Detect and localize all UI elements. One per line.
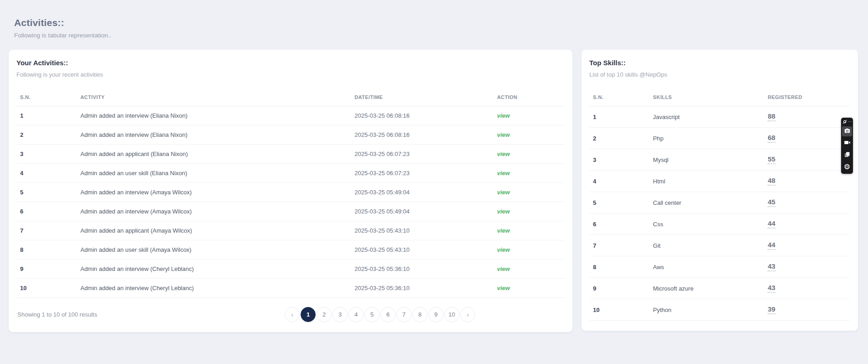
activity-text: Admin added an interview (Amaya Wilcox) [77,202,351,221]
screenshot-camera-button[interactable] [842,126,852,136]
registered-count: 55 [768,155,775,164]
copy-pages-button[interactable] [842,150,852,160]
activity-row: 1 Admin added an interview (Eliana Nixon… [16,106,565,125]
pagination: ‹ 1 2 3 4 5 6 7 8 9 10 › [285,307,565,322]
view-link[interactable]: view [497,112,510,119]
activities-header-row: S.N. ACTIVITY DATE/TIME ACTION [16,94,565,106]
camera-icon [844,127,851,136]
view-link[interactable]: view [497,131,510,138]
activity-datetime: 2025-03-25 06:07:23 [351,145,494,164]
activity-row: 8 Admin added an user skill (Amaya Wilco… [16,240,565,260]
capture-toolbar: ⋯ ⚙ [841,118,853,174]
activities-card: Your Activities:: Following is your rece… [9,50,572,332]
skill-row: 4 Html 48 [589,171,850,192]
skill-sn: 10 [589,299,650,321]
activity-row: 7 Admin added an applicant (Amaya Wilcox… [16,221,565,240]
view-link[interactable]: view [497,170,510,177]
skill-sn: 2 [589,128,650,149]
skill-name: Python [650,299,764,321]
registered-count: 44 [768,241,775,250]
col-header-action: ACTION [494,94,565,106]
col-header-datetime: DATE/TIME [351,94,494,106]
activity-datetime: 2025-03-25 05:36:10 [351,279,494,298]
settings-button[interactable]: ⚙ [842,162,852,172]
record-video-button[interactable] [842,138,852,148]
activity-sn: 8 [16,240,77,260]
activity-row: 6 Admin added an interview (Amaya Wilcox… [16,202,565,221]
pagination-page-6[interactable]: 6 [380,307,395,322]
pagination-page-4[interactable]: 4 [348,307,364,322]
pagination-page-3[interactable]: 3 [333,307,348,322]
registered-count: 39 [768,305,775,314]
skills-table: S.N. SKILLS REGISTERED 1 Javascript 88 2… [589,94,850,321]
skill-row: 10 Python 39 [589,299,850,321]
registered-count: 45 [768,198,775,207]
skill-sn: 8 [589,256,650,278]
activities-footer: Showing 1 to 10 of 100 results ‹ 1 2 3 4… [16,307,565,322]
skill-name: Php [650,128,764,149]
skill-sn: 4 [589,171,650,192]
activity-datetime: 2025-03-25 05:43:10 [351,221,494,240]
registered-count: 44 [768,219,775,229]
activity-text: Admin added an interview (Amaya Wilcox) [77,183,351,202]
activity-text: Admin added an user skill (Eliana Nixon) [77,164,351,183]
video-camera-icon [844,139,851,148]
activity-sn: 4 [16,164,77,183]
activity-row: 5 Admin added an interview (Amaya Wilcox… [16,183,565,202]
activities-card-title: Your Activities:: [16,59,565,67]
registered-count: 43 [768,284,775,293]
gear-icon: ⚙ [844,163,850,171]
activity-text: Admin added an interview (Eliana Nixon) [77,125,351,145]
col-header-sn: S.N. [589,94,650,106]
skill-row: 3 Mysql 55 [589,149,850,171]
activity-datetime: 2025-03-25 06:08:16 [351,106,494,125]
activity-sn: 1 [16,106,77,125]
col-header-activity: ACTIVITY [77,94,351,106]
pagination-page-10[interactable]: 10 [444,307,459,322]
pagination-page-9[interactable]: 9 [428,307,443,322]
skill-sn: 7 [589,235,650,256]
pagination-next-button[interactable]: › [460,307,475,322]
skill-sn: 3 [589,149,650,171]
view-link[interactable]: view [497,285,510,291]
pagination-page-1[interactable]: 1 [301,307,316,322]
view-link[interactable]: view [497,208,510,215]
skill-row: 6 Css 44 [589,213,850,235]
skill-sn: 9 [589,278,650,299]
pagination-page-2[interactable]: 2 [317,307,332,322]
col-header-skills: SKILLS [650,94,764,106]
activity-datetime: 2025-03-25 06:07:23 [351,164,494,183]
view-link[interactable]: view [497,189,510,196]
activities-table: S.N. ACTIVITY DATE/TIME ACTION 1 Admin a… [16,94,565,298]
pagination-page-7[interactable]: 7 [396,307,411,322]
skill-sn: 5 [589,192,650,213]
skill-name: Javascript [650,106,764,128]
view-link[interactable]: view [497,227,510,234]
activity-sn: 7 [16,221,77,240]
toolbar-menu-dots-icon[interactable]: ⋯ [848,120,852,124]
copy-pages-icon [844,151,851,160]
capture-toolbar-header[interactable]: ⋯ [842,119,852,125]
activity-datetime: 2025-03-25 06:08:16 [351,125,494,145]
view-link[interactable]: view [497,246,510,253]
activity-datetime: 2025-03-25 05:49:04 [351,202,494,221]
view-link[interactable]: view [497,151,510,157]
page-subtitle: Following is tabular representation.. [14,32,868,39]
pagination-prev-button[interactable]: ‹ [285,307,300,322]
skill-name: Mysql [650,149,764,171]
pagination-page-5[interactable]: 5 [364,307,379,322]
activity-sn: 3 [16,145,77,164]
view-link[interactable]: view [497,265,510,272]
page-header: Activities:: Following is tabular repres… [0,0,868,39]
activity-text: Admin added an interview (Cheryl Leblanc… [77,279,351,298]
activity-sn: 6 [16,202,77,221]
cards-row: Your Activities:: Following is your rece… [0,39,868,332]
activity-text: Admin added an user skill (Amaya Wilcox) [77,240,351,260]
skill-name: Git [650,235,764,256]
top-skills-card: Top Skills:: List of top 10 skills @NepO… [582,50,858,331]
registered-count: 88 [768,112,775,121]
activity-row: 4 Admin added an user skill (Eliana Nixo… [16,164,565,183]
skill-sn: 6 [589,213,650,235]
registered-count: 48 [768,177,775,186]
pagination-page-8[interactable]: 8 [412,307,427,322]
